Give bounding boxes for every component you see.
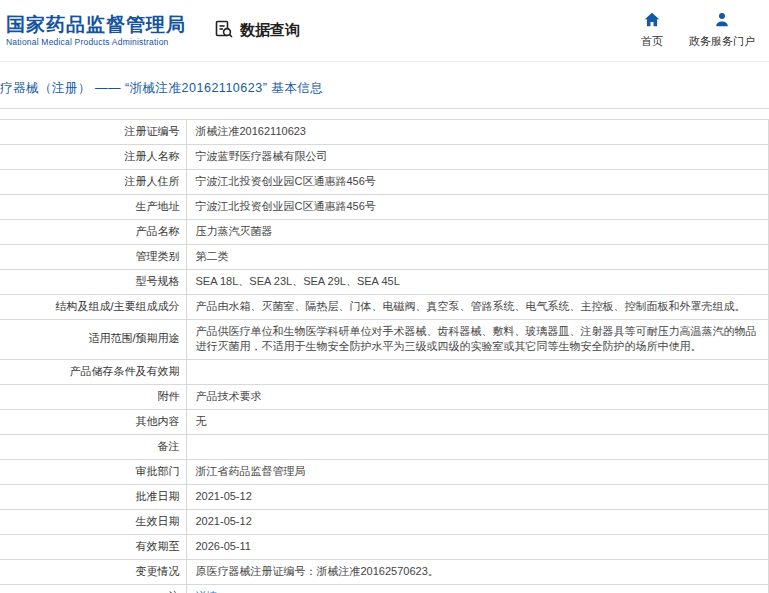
title-bar: 医疗器械（注册） —— “浙械注准20162110623” 基本信息: [0, 62, 769, 109]
table-row: 批准日期 2021-05-12: [0, 485, 769, 510]
row-label: 生效日期: [0, 510, 186, 535]
site-subtitle: National Medical Products Administration: [6, 37, 188, 47]
row-label: 产品名称: [0, 219, 186, 244]
row-label: 适用范围/预期用途: [0, 319, 186, 360]
row-value: 2021-05-12: [186, 485, 769, 510]
site-title: 国家药品监督管理局: [6, 14, 188, 36]
data-query-section: 数据查询: [214, 19, 300, 43]
row-label: 结构及组成/主要组成成分: [0, 294, 186, 319]
table-row: 注册人住所 宁波江北投资创业园C区通惠路456号: [0, 169, 769, 194]
row-value: 浙械注准20162110623: [186, 120, 769, 145]
row-label: 附件: [0, 385, 186, 410]
top-nav: 首页 政务服务门户: [641, 12, 755, 49]
site-header: 国家药品监督管理局 National Medical Products Admi…: [0, 0, 769, 62]
row-value: 宁波江北投资创业园C区通惠路456号: [186, 194, 769, 219]
row-value: 详情: [186, 584, 769, 593]
row-label: 备注: [0, 435, 186, 460]
table-row: 备注: [0, 435, 769, 460]
row-value: [186, 360, 769, 385]
table-row: 变更情况 原医疗器械注册证编号：浙械注准20162570623。: [0, 559, 769, 584]
table-row: 产品名称 压力蒸汽灭菌器: [0, 219, 769, 244]
row-value: SEA 18L、SEA 23L、SEA 29L、SEA 45L: [186, 269, 769, 294]
row-value: 2026-05-11: [186, 534, 769, 559]
row-value: 第二类: [186, 244, 769, 269]
table-row: 管理类别 第二类: [0, 244, 769, 269]
row-label: 有效期至: [0, 534, 186, 559]
row-value: 宁波蓝野医疗器械有限公司: [186, 144, 769, 169]
row-label: 其他内容: [0, 410, 186, 435]
table-row: ●注 详情: [0, 584, 769, 593]
page-title: 医疗器械（注册） —— “浙械注准20162110623” 基本信息: [0, 80, 769, 97]
row-value: [186, 435, 769, 460]
row-label: 产品储存条件及有效期: [0, 360, 186, 385]
home-icon: [644, 12, 660, 31]
row-value: 产品由水箱、灭菌室、隔热层、门体、电磁阀、真空泵、管路系统、电气系统、主控板、控…: [186, 294, 769, 319]
row-value: 压力蒸汽灭菌器: [186, 219, 769, 244]
row-value: 无: [186, 410, 769, 435]
row-label: 变更情况: [0, 559, 186, 584]
table-row: 生产地址 宁波江北投资创业园C区通惠路456号: [0, 194, 769, 219]
row-label: 批准日期: [0, 485, 186, 510]
table-row: 生效日期 2021-05-12: [0, 510, 769, 535]
row-label: 注册人名称: [0, 144, 186, 169]
table-row: 注册证编号 浙械注准20162110623: [0, 120, 769, 145]
data-query-icon: [214, 19, 234, 43]
nav-portal[interactable]: 政务服务门户: [689, 12, 755, 49]
table-row: 产品储存条件及有效期: [0, 360, 769, 385]
table-row: 注册人名称 宁波蓝野医疗器械有限公司: [0, 144, 769, 169]
table-row: 附件 产品技术要求: [0, 385, 769, 410]
data-query-label: 数据查询: [240, 21, 300, 40]
row-value: 浙江省药品监督管理局: [186, 460, 769, 485]
row-value: 原医疗器械注册证编号：浙械注准20162570623。: [186, 559, 769, 584]
table-row: 型号规格 SEA 18L、SEA 23L、SEA 29L、SEA 45L: [0, 269, 769, 294]
nav-home-label: 首页: [641, 34, 663, 49]
row-label: 管理类别: [0, 244, 186, 269]
row-value: 2021-05-12: [186, 510, 769, 535]
row-label: 生产地址: [0, 194, 186, 219]
row-label: ●注: [0, 584, 186, 593]
row-value: 产品技术要求: [186, 385, 769, 410]
table-row: 有效期至 2026-05-11: [0, 534, 769, 559]
page: 国家药品监督管理局 National Medical Products Admi…: [0, 0, 769, 593]
row-value: 产品供医疗单位和生物医学科研单位对手术器械、齿科器械、敷料、玻璃器皿、注射器具等…: [186, 319, 769, 360]
row-label: 注册证编号: [0, 120, 186, 145]
table-row: 结构及组成/主要组成成分 产品由水箱、灭菌室、隔热层、门体、电磁阀、真空泵、管路…: [0, 294, 769, 319]
table-row: 适用范围/预期用途 产品供医疗单位和生物医学科研单位对手术器械、齿科器械、敷料、…: [0, 319, 769, 360]
info-table: 注册证编号 浙械注准20162110623 注册人名称 宁波蓝野医疗器械有限公司…: [0, 119, 769, 593]
table-row: 审批部门 浙江省药品监督管理局: [0, 460, 769, 485]
nav-portal-label: 政务服务门户: [689, 34, 755, 49]
site-logo[interactable]: 国家药品监督管理局 National Medical Products Admi…: [6, 14, 188, 48]
row-label: 审批部门: [0, 460, 186, 485]
nav-home[interactable]: 首页: [641, 12, 663, 49]
table-row: 其他内容 无: [0, 410, 769, 435]
user-icon: [714, 12, 730, 31]
row-label: 型号规格: [0, 269, 186, 294]
row-label: 注册人住所: [0, 169, 186, 194]
row-value: 宁波江北投资创业园C区通惠路456号: [186, 169, 769, 194]
